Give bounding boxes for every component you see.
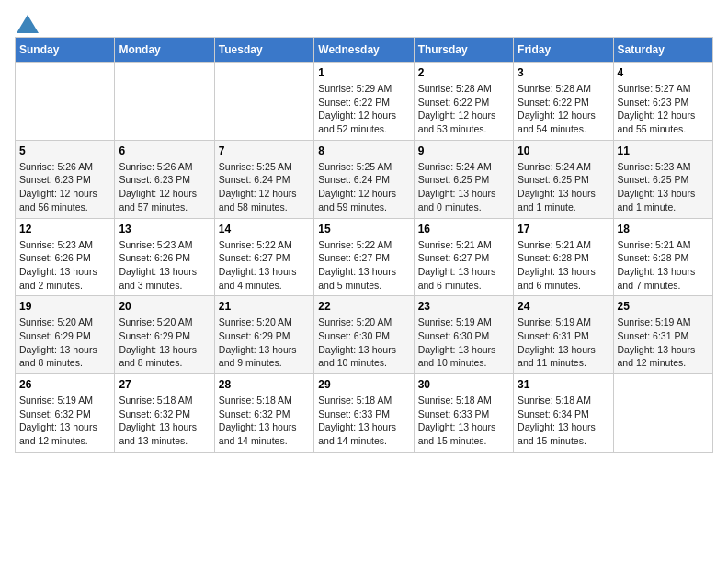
day-number: 12 xyxy=(19,223,110,236)
day-number: 11 xyxy=(618,144,709,157)
calendar-cell: 6Sunrise: 5:26 AM Sunset: 6:23 PM Daylig… xyxy=(115,140,214,218)
calendar-cell: 20Sunrise: 5:20 AM Sunset: 6:29 PM Dayli… xyxy=(115,296,214,374)
calendar-cell: 26Sunrise: 5:19 AM Sunset: 6:32 PM Dayli… xyxy=(16,374,115,453)
day-number: 22 xyxy=(318,300,409,313)
dow-header: Saturday xyxy=(613,38,712,63)
calendar-cell: 27Sunrise: 5:18 AM Sunset: 6:32 PM Dayli… xyxy=(115,374,214,453)
dow-header: Tuesday xyxy=(214,38,313,63)
logo-icon xyxy=(17,15,39,33)
page-header xyxy=(15,15,713,29)
calendar-cell xyxy=(214,63,313,141)
calendar-cell: 8Sunrise: 5:25 AM Sunset: 6:24 PM Daylig… xyxy=(314,140,414,218)
calendar-cell: 19Sunrise: 5:20 AM Sunset: 6:29 PM Dayli… xyxy=(16,296,115,374)
day-info: Sunrise: 5:19 AM Sunset: 6:31 PM Dayligh… xyxy=(618,316,709,370)
day-number: 5 xyxy=(19,144,110,157)
day-info: Sunrise: 5:18 AM Sunset: 6:33 PM Dayligh… xyxy=(418,394,509,448)
day-number: 9 xyxy=(418,144,509,157)
dow-header: Monday xyxy=(115,38,214,63)
day-info: Sunrise: 5:18 AM Sunset: 6:32 PM Dayligh… xyxy=(119,394,210,448)
calendar-week-row: 12Sunrise: 5:23 AM Sunset: 6:26 PM Dayli… xyxy=(16,218,713,296)
calendar-cell: 3Sunrise: 5:28 AM Sunset: 6:22 PM Daylig… xyxy=(514,63,613,141)
day-info: Sunrise: 5:20 AM Sunset: 6:30 PM Dayligh… xyxy=(318,316,409,370)
calendar-cell: 9Sunrise: 5:24 AM Sunset: 6:25 PM Daylig… xyxy=(414,140,513,218)
dow-header: Thursday xyxy=(414,38,513,63)
svg-marker-0 xyxy=(17,15,39,33)
day-number: 17 xyxy=(518,223,609,236)
days-of-week-row: SundayMondayTuesdayWednesdayThursdayFrid… xyxy=(16,38,713,63)
dow-header: Friday xyxy=(514,38,613,63)
day-info: Sunrise: 5:19 AM Sunset: 6:32 PM Dayligh… xyxy=(19,394,110,448)
calendar-cell: 13Sunrise: 5:23 AM Sunset: 6:26 PM Dayli… xyxy=(115,218,214,296)
day-info: Sunrise: 5:21 AM Sunset: 6:28 PM Dayligh… xyxy=(618,238,709,293)
day-number: 29 xyxy=(318,378,409,391)
day-number: 2 xyxy=(418,66,509,79)
day-info: Sunrise: 5:21 AM Sunset: 6:28 PM Dayligh… xyxy=(518,238,609,293)
calendar-cell: 18Sunrise: 5:21 AM Sunset: 6:28 PM Dayli… xyxy=(613,218,712,296)
day-info: Sunrise: 5:23 AM Sunset: 6:25 PM Dayligh… xyxy=(618,160,709,214)
calendar-cell xyxy=(613,374,712,453)
calendar-body: 1Sunrise: 5:29 AM Sunset: 6:22 PM Daylig… xyxy=(16,63,713,453)
day-info: Sunrise: 5:18 AM Sunset: 6:34 PM Dayligh… xyxy=(518,394,609,448)
day-number: 27 xyxy=(119,378,210,391)
day-info: Sunrise: 5:27 AM Sunset: 6:23 PM Dayligh… xyxy=(618,82,709,136)
day-number: 26 xyxy=(19,378,110,391)
calendar-cell: 16Sunrise: 5:21 AM Sunset: 6:27 PM Dayli… xyxy=(414,218,513,296)
calendar-cell: 21Sunrise: 5:20 AM Sunset: 6:29 PM Dayli… xyxy=(214,296,313,374)
calendar-cell: 4Sunrise: 5:27 AM Sunset: 6:23 PM Daylig… xyxy=(613,63,712,141)
day-info: Sunrise: 5:26 AM Sunset: 6:23 PM Dayligh… xyxy=(119,160,210,214)
day-number: 7 xyxy=(219,144,310,157)
day-info: Sunrise: 5:20 AM Sunset: 6:29 PM Dayligh… xyxy=(119,316,210,370)
calendar-cell: 17Sunrise: 5:21 AM Sunset: 6:28 PM Dayli… xyxy=(514,218,613,296)
day-info: Sunrise: 5:24 AM Sunset: 6:25 PM Dayligh… xyxy=(518,160,609,214)
calendar-cell: 30Sunrise: 5:18 AM Sunset: 6:33 PM Dayli… xyxy=(414,374,513,453)
day-number: 25 xyxy=(618,300,709,313)
day-number: 20 xyxy=(119,300,210,313)
day-number: 21 xyxy=(219,300,310,313)
dow-header: Wednesday xyxy=(314,38,414,63)
day-number: 24 xyxy=(518,300,609,313)
calendar-cell: 11Sunrise: 5:23 AM Sunset: 6:25 PM Dayli… xyxy=(613,140,712,218)
calendar-cell: 1Sunrise: 5:29 AM Sunset: 6:22 PM Daylig… xyxy=(314,63,414,141)
day-info: Sunrise: 5:28 AM Sunset: 6:22 PM Dayligh… xyxy=(418,82,509,136)
calendar-cell: 10Sunrise: 5:24 AM Sunset: 6:25 PM Dayli… xyxy=(514,140,613,218)
day-number: 30 xyxy=(418,378,509,391)
day-info: Sunrise: 5:22 AM Sunset: 6:27 PM Dayligh… xyxy=(318,238,409,293)
day-info: Sunrise: 5:25 AM Sunset: 6:24 PM Dayligh… xyxy=(318,160,409,214)
day-info: Sunrise: 5:20 AM Sunset: 6:29 PM Dayligh… xyxy=(219,316,310,370)
logo xyxy=(15,15,39,29)
calendar-cell: 31Sunrise: 5:18 AM Sunset: 6:34 PM Dayli… xyxy=(514,374,613,453)
calendar-cell: 5Sunrise: 5:26 AM Sunset: 6:23 PM Daylig… xyxy=(16,140,115,218)
day-info: Sunrise: 5:23 AM Sunset: 6:26 PM Dayligh… xyxy=(19,238,110,293)
day-number: 3 xyxy=(518,66,609,79)
day-info: Sunrise: 5:19 AM Sunset: 6:30 PM Dayligh… xyxy=(418,316,509,370)
calendar-cell xyxy=(115,63,214,141)
day-number: 4 xyxy=(618,66,709,79)
calendar-week-row: 1Sunrise: 5:29 AM Sunset: 6:22 PM Daylig… xyxy=(16,63,713,141)
calendar-cell: 7Sunrise: 5:25 AM Sunset: 6:24 PM Daylig… xyxy=(214,140,313,218)
day-number: 19 xyxy=(19,300,110,313)
calendar-cell: 12Sunrise: 5:23 AM Sunset: 6:26 PM Dayli… xyxy=(16,218,115,296)
day-number: 31 xyxy=(518,378,609,391)
calendar-cell: 23Sunrise: 5:19 AM Sunset: 6:30 PM Dayli… xyxy=(414,296,513,374)
day-number: 1 xyxy=(318,66,409,79)
calendar-week-row: 19Sunrise: 5:20 AM Sunset: 6:29 PM Dayli… xyxy=(16,296,713,374)
calendar-cell: 2Sunrise: 5:28 AM Sunset: 6:22 PM Daylig… xyxy=(414,63,513,141)
day-info: Sunrise: 5:18 AM Sunset: 6:32 PM Dayligh… xyxy=(219,394,310,448)
day-number: 28 xyxy=(219,378,310,391)
day-info: Sunrise: 5:23 AM Sunset: 6:26 PM Dayligh… xyxy=(119,238,210,293)
calendar-cell: 29Sunrise: 5:18 AM Sunset: 6:33 PM Dayli… xyxy=(314,374,414,453)
day-info: Sunrise: 5:19 AM Sunset: 6:31 PM Dayligh… xyxy=(518,316,609,370)
day-info: Sunrise: 5:26 AM Sunset: 6:23 PM Dayligh… xyxy=(19,160,110,214)
day-number: 14 xyxy=(219,223,310,236)
calendar-cell: 22Sunrise: 5:20 AM Sunset: 6:30 PM Dayli… xyxy=(314,296,414,374)
calendar-cell: 24Sunrise: 5:19 AM Sunset: 6:31 PM Dayli… xyxy=(514,296,613,374)
calendar-cell: 15Sunrise: 5:22 AM Sunset: 6:27 PM Dayli… xyxy=(314,218,414,296)
day-number: 13 xyxy=(119,223,210,236)
day-number: 23 xyxy=(418,300,509,313)
calendar-cell xyxy=(16,63,115,141)
day-number: 10 xyxy=(518,144,609,157)
day-info: Sunrise: 5:20 AM Sunset: 6:29 PM Dayligh… xyxy=(19,316,110,370)
day-number: 8 xyxy=(318,144,409,157)
calendar-cell: 25Sunrise: 5:19 AM Sunset: 6:31 PM Dayli… xyxy=(613,296,712,374)
day-number: 15 xyxy=(318,223,409,236)
